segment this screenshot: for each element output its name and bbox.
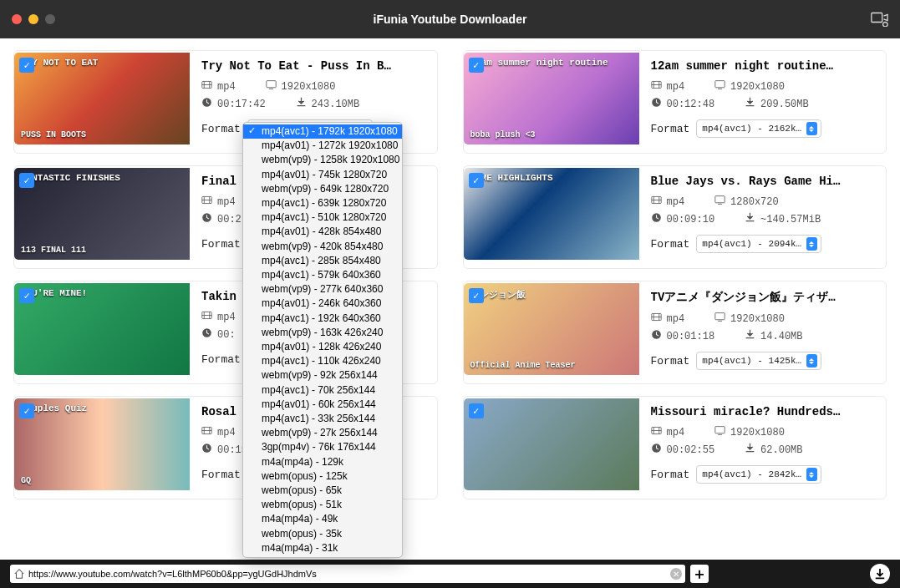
video-title: 12am summer night routine… xyxy=(651,59,880,73)
selected-check-icon[interactable] xyxy=(19,288,34,303)
selected-check-icon[interactable] xyxy=(469,288,484,303)
format-option[interactable]: mp4(avc1) - 1792k 1920x1080 xyxy=(243,124,402,139)
format-option[interactable]: mp4(av01) - 246k 640x360 xyxy=(243,297,402,311)
duration-meta: 00: xyxy=(201,327,236,342)
video-title: TVアニメ『ダンジョン飯』ティザ… xyxy=(651,290,880,305)
format-label: Format xyxy=(651,355,690,368)
format-option[interactable]: 3gp(mp4v) - 76k 176x144 xyxy=(243,440,402,454)
format-option[interactable]: webm(vp9) - 277k 640x360 xyxy=(243,282,402,297)
format-option[interactable]: mp4(av01) - 1272k 1920x1080 xyxy=(243,139,402,153)
url-input[interactable] xyxy=(28,569,667,579)
format-option[interactable]: webm(vp9) - 420k 854x480 xyxy=(243,240,402,254)
duration-meta: 00:15 xyxy=(201,443,247,457)
svg-rect-2 xyxy=(266,81,275,88)
zoom-window-button[interactable] xyxy=(45,14,55,24)
format-select[interactable]: mp4(avc1) - 2162k 192… xyxy=(696,119,821,138)
home-icon[interactable] xyxy=(13,568,25,580)
video-card: 12am summer night routine boba plush <3 … xyxy=(463,50,887,154)
size-meta: 209.50MB xyxy=(745,97,809,111)
format-select[interactable]: mp4(avc1) - 2094k 128… xyxy=(696,235,821,253)
format-option[interactable]: mp4(av01) - 428k 854x480 xyxy=(243,225,402,239)
url-input-box: ✕ xyxy=(10,565,685,583)
video-thumbnail[interactable]: YOU'RE MINE! xyxy=(14,283,190,375)
library-icon[interactable] xyxy=(870,8,888,31)
video-title: Missouri miracle? Hundreds… xyxy=(651,405,880,418)
download-size-icon xyxy=(745,212,755,226)
resolution-meta: 1920x1080 xyxy=(266,79,336,94)
selected-check-icon[interactable] xyxy=(469,58,484,73)
format-option[interactable]: mp4(avc1) - 70k 256x144 xyxy=(243,383,402,398)
film-icon xyxy=(201,79,212,94)
format-option[interactable]: m4a(mp4a) - 129k xyxy=(243,455,402,469)
clock-icon xyxy=(651,212,662,226)
format-option[interactable]: webm(opus) - 65k xyxy=(243,484,402,498)
screen-icon xyxy=(714,79,725,94)
format-label: Format xyxy=(651,238,690,251)
video-thumbnail[interactable] xyxy=(464,398,639,490)
video-title: Try Not To Eat - Puss In B… xyxy=(201,59,430,73)
film-icon xyxy=(651,195,662,209)
selected-check-icon[interactable] xyxy=(19,403,34,418)
format-option[interactable]: mp4(av01) - 60k 256x144 xyxy=(243,398,402,412)
format-option[interactable]: m4a(mp4a) - 31k xyxy=(243,541,402,555)
video-thumbnail[interactable]: GAME HIGHLIGHTS xyxy=(464,168,639,260)
film-icon xyxy=(651,425,662,439)
duration-meta: 00:01:18 xyxy=(651,329,715,343)
format-option[interactable]: webm(vp9) - 163k 426x240 xyxy=(243,326,402,340)
format-option[interactable]: mp4(av01) - 128k 426x240 xyxy=(243,340,402,354)
format-option[interactable]: mp4(avc1) - 510k 1280x720 xyxy=(243,210,402,225)
select-stepper-icon xyxy=(806,354,818,368)
duration-meta: 00:02:55 xyxy=(651,443,715,457)
format-label: Format xyxy=(201,469,241,481)
selected-check-icon[interactable] xyxy=(19,173,34,188)
container-meta: mp4 xyxy=(651,425,685,439)
video-grid: TRY NOT TO EAT PUSS IN BOOTS Try Not To … xyxy=(0,38,900,560)
video-thumbnail[interactable]: 12am summer night routine boba plush <3 xyxy=(464,53,639,144)
selected-check-icon[interactable] xyxy=(19,58,34,73)
screen-icon xyxy=(266,79,277,94)
format-option[interactable]: m4a(mp4a) - 49k xyxy=(243,512,402,526)
format-select[interactable]: mp4(avc1) - 2842k 192… xyxy=(696,465,821,484)
download-size-icon xyxy=(745,329,755,343)
format-option[interactable]: mp4(avc1) - 639k 1280x720 xyxy=(243,196,402,210)
format-option[interactable]: webm(vp9) - 649k 1280x720 xyxy=(243,182,402,196)
format-option[interactable]: mp4(av01) - 745k 1280x720 xyxy=(243,168,402,182)
format-option[interactable]: webm(vp9) - 92k 256x144 xyxy=(243,368,402,383)
format-option[interactable]: mp4(avc1) - 33k 256x144 xyxy=(243,412,402,426)
selected-check-icon[interactable] xyxy=(469,173,484,188)
bottombar: ✕ ＋ xyxy=(0,560,900,588)
film-icon xyxy=(201,425,212,439)
format-option[interactable]: webm(opus) - 125k xyxy=(243,469,402,484)
clock-icon xyxy=(651,329,662,343)
download-size-icon xyxy=(745,443,755,457)
format-option[interactable]: webm(opus) - 51k xyxy=(243,498,402,512)
selected-check-icon[interactable] xyxy=(469,403,484,418)
format-label: Format xyxy=(201,238,241,251)
format-dropdown-menu[interactable]: mp4(avc1) - 1792k 1920x1080mp4(av01) - 1… xyxy=(242,122,403,558)
film-icon xyxy=(651,312,662,326)
video-thumbnail[interactable]: FANTASTIC FINISHES 113 FINAL 111 xyxy=(14,168,190,260)
resolution-meta: 1920x1080 xyxy=(714,79,785,94)
format-label: Format xyxy=(201,123,241,135)
format-select[interactable]: mp4(avc1) - 1425k 192… xyxy=(696,352,821,370)
video-card: Missouri miracle? Hundreds… mp4 1920x108… xyxy=(463,396,887,499)
video-thumbnail[interactable]: TRY NOT TO EAT PUSS IN BOOTS xyxy=(14,53,190,144)
add-url-button[interactable]: ＋ xyxy=(690,565,709,583)
film-icon xyxy=(651,79,662,94)
format-option[interactable]: webm(vp9) - 27k 256x144 xyxy=(243,426,402,440)
format-option[interactable]: mp4(avc1) - 192k 640x360 xyxy=(243,312,402,326)
format-option[interactable]: mp4(avc1) - 285k 854x480 xyxy=(243,254,402,268)
minimize-window-button[interactable] xyxy=(28,14,38,24)
format-option[interactable]: webm(vp9) - 1258k 1920x1080 xyxy=(243,153,402,167)
video-thumbnail[interactable]: ダンジョン飯 Official Anime Teaser xyxy=(464,283,639,375)
video-title: Blue Jays vs. Rays Game Hi… xyxy=(651,175,880,188)
clear-url-icon[interactable]: ✕ xyxy=(670,568,682,580)
screen-icon xyxy=(714,195,725,209)
download-button[interactable] xyxy=(870,564,890,584)
format-option[interactable]: mp4(avc1) - 110k 426x240 xyxy=(243,354,402,368)
video-thumbnail[interactable]: Couples Quiz GQ xyxy=(14,398,190,490)
format-option[interactable]: mp4(avc1) - 579k 640x360 xyxy=(243,268,402,282)
format-option[interactable]: webm(opus) - 35k xyxy=(243,527,402,541)
close-window-button[interactable] xyxy=(12,14,22,24)
resolution-meta: 1280x720 xyxy=(714,195,779,209)
